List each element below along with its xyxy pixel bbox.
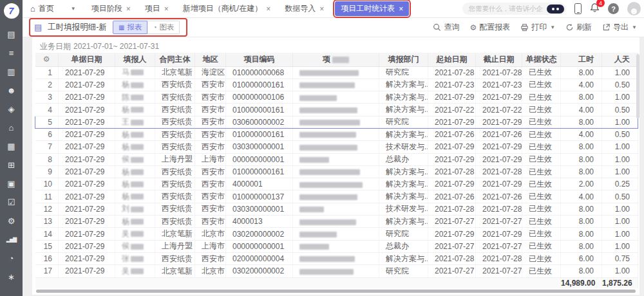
contract-subject: 上海丹盟 bbox=[155, 153, 195, 165]
col-header-人天[interactable]: 人天 bbox=[602, 53, 638, 66]
close-icon[interactable]: × bbox=[164, 5, 169, 14]
chevron-down-icon[interactable]: ▼ bbox=[550, 24, 555, 30]
doc-status: 已生效 bbox=[522, 265, 561, 277]
project-name bbox=[293, 79, 379, 91]
col-header-起始日期[interactable]: 起始日期 bbox=[428, 53, 476, 66]
chevron-down-icon[interactable]: ▼ bbox=[71, 6, 76, 12]
col-header-单据日期[interactable]: 单据日期 bbox=[59, 53, 115, 66]
top-tab-bar: ⌂ 首页 ▼ 项目阶段×项目×新增项目（商机/在建）×数据导入×项目工时统计表×… bbox=[23, 0, 644, 18]
chevron-down-icon[interactable]: ▼ bbox=[632, 24, 637, 30]
project-name bbox=[293, 141, 379, 153]
查询-button[interactable]: 查询 bbox=[433, 22, 459, 33]
business-date-value[interactable]: 2021-07-01~ 2021-07-31 bbox=[73, 42, 159, 51]
刷新-button[interactable]: 刷新 bbox=[565, 22, 592, 33]
start-date: 2021-07-29 bbox=[428, 178, 476, 190]
project-code: 000000000001 bbox=[226, 240, 293, 252]
region: 西安市 bbox=[195, 104, 226, 116]
horizontal-scrollbar[interactable] bbox=[36, 290, 636, 293]
table-row[interactable]: 52021-07-29王西安纸贵西安市030600000002研究院2021-0… bbox=[35, 116, 638, 128]
col-header-单据状态[interactable]: 单据状态 bbox=[522, 53, 561, 66]
region: 西安市 bbox=[195, 203, 226, 215]
region: 上海市 bbox=[195, 240, 226, 252]
man-days: 0.50 bbox=[602, 104, 638, 116]
start-date: 2021-07-28 bbox=[428, 252, 476, 264]
tab-项目工时统计表[interactable]: 项目工时统计表× bbox=[335, 1, 409, 16]
cash-doc-icon[interactable]: ▣ bbox=[0, 174, 23, 193]
end-date: 2021-07-29 bbox=[476, 116, 522, 128]
column-settings-icon[interactable]: ⚙ bbox=[43, 55, 50, 64]
col-header-合同主体[interactable]: 合同主体 bbox=[155, 53, 195, 66]
table-row[interactable]: 32021-07-29陈西安纸贵西安市000000000106解决方案与...2… bbox=[35, 91, 638, 104]
document-lines-icon[interactable]: ≡ bbox=[0, 44, 23, 62]
打印-button[interactable]: 打印▼ bbox=[520, 22, 555, 33]
view-toggle-报表[interactable]: ▦报表 bbox=[113, 21, 147, 34]
view-toggle-图表[interactable]: ◔图表 bbox=[147, 21, 180, 34]
close-icon[interactable]: × bbox=[126, 5, 131, 14]
mobile-icon[interactable] bbox=[574, 3, 582, 14]
close-icon[interactable]: × bbox=[319, 5, 324, 14]
col-header-项目编码[interactable]: 项目编码 bbox=[226, 53, 293, 66]
man-days: 0.50 bbox=[602, 190, 638, 203]
invoice-icon[interactable]: ▥ bbox=[0, 62, 23, 81]
table-row[interactable]: 62021-07-29杨西安纸贵西安市010000000161解决方案与...2… bbox=[35, 128, 638, 140]
tab-新增项目（商机/在建）[interactable]: 新增项目（商机/在建）× bbox=[176, 1, 277, 16]
project-name bbox=[293, 91, 379, 104]
table-row[interactable]: 82021-07-29侯上海丹盟上海市000000000001总裁办2021-0… bbox=[35, 153, 638, 165]
grid-apps-icon[interactable]: ⊞ bbox=[0, 156, 23, 174]
filler-name: 杨 bbox=[115, 104, 155, 116]
settings-icon[interactable]: ⚙ bbox=[0, 212, 23, 230]
col-header-填报人[interactable]: 填报人 bbox=[115, 53, 155, 66]
clock-icon[interactable]: ◔ bbox=[0, 249, 23, 268]
asset-home-icon[interactable]: ⌂ bbox=[0, 118, 23, 137]
close-icon[interactable]: × bbox=[266, 5, 270, 14]
col-header-地区[interactable]: 地区 bbox=[195, 53, 226, 66]
col-header-项目名称[interactable]: 项 bbox=[293, 53, 379, 66]
avatar[interactable]: ☻ bbox=[627, 2, 641, 15]
table-row[interactable]: 172021-07-29吴北京笔新北京市030200000002研究院2021-… bbox=[35, 265, 638, 277]
tab-项目[interactable]: 项目× bbox=[138, 1, 175, 16]
assistant-input[interactable]: 您需要什么，请告诉小企 bbox=[462, 3, 567, 15]
col-header-工时[interactable]: 工时 bbox=[561, 53, 602, 66]
close-icon[interactable]: × bbox=[399, 5, 403, 14]
table-row[interactable]: 122021-07-29刘西安纸贵西安市030300000001技术研发与...… bbox=[35, 203, 638, 215]
shield-icon[interactable]: ◈ bbox=[0, 100, 23, 118]
snowflake-icon[interactable]: ∗ bbox=[0, 268, 23, 286]
row-number: 8 bbox=[35, 153, 59, 165]
table-row[interactable]: 112021-07-29杨西安纸贵西安市010000000137解决方案与...… bbox=[35, 190, 638, 203]
id-card-icon[interactable]: ▤ bbox=[0, 25, 23, 44]
table-row[interactable]: 142021-07-29吴北京笔新北京市030200000002研究院2021-… bbox=[35, 228, 638, 240]
end-date: 2021-07-27 bbox=[476, 216, 522, 228]
table-row[interactable]: 72021-07-29杨西安纸贵西安市030300000001技术研发与...2… bbox=[35, 141, 638, 153]
checklist-icon[interactable]: ☑ bbox=[0, 193, 23, 212]
app-logo[interactable]: 7 bbox=[4, 3, 19, 19]
row-number: 15 bbox=[35, 240, 59, 252]
导出-button[interactable]: 导出▼ bbox=[602, 22, 637, 33]
help-icon[interactable]: ? bbox=[608, 3, 619, 14]
col-header-填报部门[interactable]: 填报部门 bbox=[379, 53, 428, 66]
home-tab[interactable]: ⌂ 首页 bbox=[30, 3, 54, 14]
customer-service-icon[interactable]: ☻ bbox=[0, 81, 23, 100]
table-row[interactable]: 162021-07-29张西安纸贵西安市020000000004解决方案与...… bbox=[35, 252, 638, 264]
work-hours: 8.00 bbox=[561, 203, 602, 215]
table-row[interactable]: 132021-07-29杨西安纸贵西安市4000013解决方案与...2021-… bbox=[35, 216, 638, 228]
annotation-report-title: ▤ 工时填报明细-新 ▦报表◔图表 bbox=[29, 18, 187, 37]
calendar-card-icon[interactable]: ▦ bbox=[0, 137, 23, 156]
table-row[interactable]: 12021-07-29马北京笔新海淀区010000000068研究院2021-0… bbox=[35, 66, 638, 79]
配置报表-button[interactable]: ⚙配置报表 bbox=[469, 22, 510, 33]
department: 解决方案与... bbox=[379, 216, 428, 228]
region: 西安市 bbox=[195, 252, 226, 264]
tab-数据导入[interactable]: 数据导入× bbox=[278, 1, 330, 16]
col-header-截止日期[interactable]: 截止日期 bbox=[476, 53, 522, 66]
vertical-scrollbar[interactable] bbox=[636, 54, 639, 118]
man-days: 1.00 bbox=[602, 216, 638, 228]
table-row[interactable]: 22021-07-29杨西安纸贵西安市010000000161解决方案与...2… bbox=[35, 79, 638, 91]
table-row[interactable]: 42021-07-29杨西安纸贵西安市010000000161解决方案与...2… bbox=[35, 104, 638, 116]
assistant-bot-icon[interactable] bbox=[547, 5, 564, 14]
table-row[interactable]: 92021-07-29杨西安纸贵西安市010000000161解决方案与...2… bbox=[35, 165, 638, 178]
bar-chart-icon[interactable]: ▂▅▇ bbox=[0, 230, 23, 249]
start-date: 2021-07-29 bbox=[428, 153, 476, 165]
notifications-button[interactable]: 4 bbox=[590, 3, 600, 15]
table-row[interactable]: 102021-07-29杨西安纸贵西安市4000001解决方案与...2021-… bbox=[35, 178, 638, 190]
tab-项目阶段[interactable]: 项目阶段× bbox=[85, 1, 137, 16]
table-row[interactable]: 152021-07-29侯上海丹盟上海市000000000001总裁办2021-… bbox=[35, 240, 638, 252]
